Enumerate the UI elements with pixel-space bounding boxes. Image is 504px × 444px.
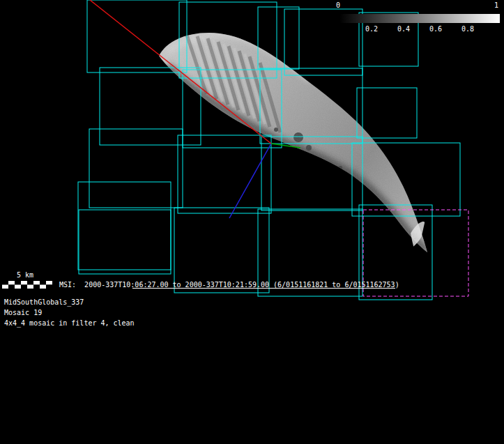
colorbar-tick-label: 0.2 (365, 25, 378, 33)
mosaic-display[interactable]: 0 1 0.20.40.60.8 5 km MSI: 2000-337T10:0… (0, 0, 504, 444)
footprint-rect[interactable] (357, 88, 417, 138)
colorbar-tick-label: 0.4 (397, 25, 410, 33)
scalebar-checker (2, 281, 52, 289)
footprint-rect[interactable] (79, 210, 171, 274)
mosaic-description-label: 4x4_4 mosaic in filter 4, clean (4, 319, 135, 327)
colorbar-max-label: 1 (494, 1, 498, 9)
colorbar-ticks: 0.20.40.60.8 (339, 25, 500, 34)
colorbar-tick-label: 0.8 (461, 25, 474, 33)
render-canvas (0, 0, 504, 444)
footprint-rect[interactable] (89, 129, 183, 208)
scalebar-label: 5 km (17, 271, 33, 279)
footprint-overlay (78, 0, 468, 300)
footprint-rect[interactable] (78, 182, 171, 270)
colorbar-min-label: 0 (336, 1, 340, 9)
status-underline (132, 288, 395, 289)
colorbar-tick-label: 0.6 (429, 25, 442, 33)
footprint-rect[interactable] (174, 208, 269, 293)
track-blue-line (229, 144, 271, 218)
mosaic-name-label: MidSouthGlobals_337 (4, 298, 84, 306)
colorbar-gradient (339, 14, 500, 23)
footprint-rect[interactable] (178, 135, 271, 213)
mosaic-number-label: Mosaic 19 (4, 309, 42, 316)
